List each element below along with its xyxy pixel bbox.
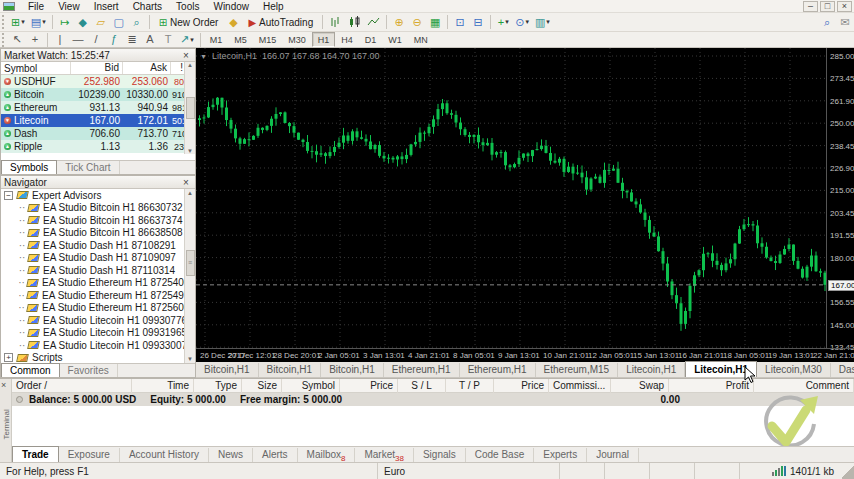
navigator-ea-item[interactable]: ··EA Studio Ethereum H1 87254065 xyxy=(1,277,195,290)
metaeditor-button[interactable]: ◆ xyxy=(224,14,242,31)
terminal-column-price[interactable]: Price xyxy=(340,379,398,393)
navigator-root-scripts[interactable]: +Scripts xyxy=(1,352,195,364)
chart-plot-area[interactable]: ▼ Litecoin,H1 166.07 167.68 164.70 167.0… xyxy=(196,48,826,348)
chart-window[interactable]: ▼ Litecoin,H1 166.07 167.68 164.70 167.0… xyxy=(196,48,854,362)
terminal-column-sl[interactable]: S / L xyxy=(398,379,446,393)
chart-tab-ethereum-m15[interactable]: Ethereum,M15 xyxy=(536,363,619,377)
menu-item-charts[interactable]: Charts xyxy=(126,1,169,12)
column-header-ask[interactable]: Ask xyxy=(123,62,171,74)
market-watch-row[interactable]: ▼USDHUF252.980253.06080 xyxy=(1,75,195,88)
column-header-[interactable]: ! xyxy=(171,62,185,74)
market-watch-scrollbar[interactable]: ▲ ▼ xyxy=(184,62,195,154)
chart-tab-litecoin-h1[interactable]: Litecoin,H1 xyxy=(685,361,757,377)
menu-item-window[interactable]: Window xyxy=(206,1,256,12)
resize-grip[interactable] xyxy=(842,463,854,479)
timeframe-m30[interactable]: M30 xyxy=(282,32,312,47)
templates-button[interactable]: ▥▾ xyxy=(532,14,553,31)
trendline-tool-button[interactable]: / xyxy=(87,31,105,48)
market-watch-row[interactable]: ▲Ripple1.131.3623 xyxy=(1,140,195,153)
periods-button[interactable]: ⊙▾ xyxy=(512,14,532,31)
navigator-scrollbar[interactable]: ▲ ≡ ▼ xyxy=(184,189,195,363)
label-tool-button[interactable]: T xyxy=(159,31,177,48)
terminal-tab-account-history[interactable]: Account History xyxy=(120,448,209,462)
horizontal-line-tool-button[interactable]: — xyxy=(69,31,87,48)
terminal-tab-alerts[interactable]: Alerts xyxy=(253,448,298,462)
cursor-tool-button[interactable]: ↖ xyxy=(8,31,26,48)
timeframe-w1[interactable]: W1 xyxy=(382,32,408,47)
chart-tab-ethereum-h1[interactable]: Ethereum,H1 xyxy=(460,363,536,377)
fibonacci-tool-button[interactable]: ≣ xyxy=(123,31,141,48)
timeframe-h4[interactable]: H4 xyxy=(335,32,359,47)
arrows-tool-button[interactable]: ↗▾ xyxy=(177,31,197,48)
navigator-ea-item[interactable]: ··EA Studio Bitcoin H1 86637374 xyxy=(1,214,195,227)
column-header-bid[interactable]: Bid xyxy=(71,62,123,74)
objects-list-button[interactable]: ▱ xyxy=(92,14,110,31)
tile-windows-button[interactable]: ▦ xyxy=(426,14,444,31)
navigator-tab-common[interactable]: Common xyxy=(1,363,60,377)
market-watch-close-icon[interactable]: × xyxy=(180,50,192,61)
market-watch-row[interactable]: ▲Bitcoin10239.0010330.009100 xyxy=(1,88,195,101)
timeframe-mn[interactable]: MN xyxy=(408,32,434,47)
tile-horizontal-button[interactable]: ⊟ xyxy=(469,14,487,31)
chat-icon[interactable]: ✉ xyxy=(836,14,854,31)
zoom-out-button[interactable]: ⊖ xyxy=(408,14,426,31)
search-icon[interactable]: ⌕ xyxy=(818,14,836,31)
terminal-column-swap[interactable]: Swap xyxy=(611,379,669,393)
chart-tab-bitcoin-h1[interactable]: Bitcoin,H1 xyxy=(321,363,384,377)
navigator-ea-item[interactable]: ··EA Studio Ethereum H1 87256005 xyxy=(1,302,195,315)
terminal-column-size[interactable]: Size xyxy=(242,379,282,393)
scroll-up-icon[interactable]: ▲ xyxy=(187,62,193,68)
market-watch-row[interactable]: ▼Litecoin167.00172.01501 xyxy=(1,114,195,127)
terminal-tab-news[interactable]: News xyxy=(209,448,253,462)
strategy-tester-button[interactable]: ⌕ xyxy=(128,14,146,31)
timeframe-d1[interactable]: D1 xyxy=(359,32,383,47)
scroll-down-icon[interactable]: ▼ xyxy=(187,356,193,362)
channel-tool-button[interactable]: ƒ xyxy=(105,31,123,48)
terminal-tab-mailbox[interactable]: Mailbox8 xyxy=(298,448,356,462)
terminal-column-profit[interactable]: Profit xyxy=(669,379,754,393)
chart-dropdown-icon[interactable]: ▼ xyxy=(200,53,207,60)
chart-tab-dash-m15[interactable]: Dash,M15 xyxy=(831,363,854,377)
market-watch-tab-tick-chart[interactable]: Tick Chart xyxy=(57,161,119,174)
text-tool-button[interactable]: A xyxy=(141,31,159,48)
navigator-ea-item[interactable]: ··EA Studio Litecoin H1 09930776 xyxy=(1,314,195,327)
vertical-line-tool-button[interactable]: | xyxy=(51,31,69,48)
indicators-button[interactable]: +▾ xyxy=(494,14,512,31)
column-header-symbol[interactable]: Symbol xyxy=(1,62,71,74)
terminal-column-commissi[interactable]: Commissi... xyxy=(549,379,611,393)
navigator-ea-item[interactable]: ··EA Studio Ethereum H1 87254979 xyxy=(1,289,195,302)
timeframe-h1[interactable]: H1 xyxy=(312,32,336,47)
terminal-column-comment[interactable]: Comment xyxy=(754,379,854,393)
chart-tab-litecoin-m30[interactable]: Litecoin,M30 xyxy=(757,363,831,377)
chart-tab-litecoin-h1[interactable]: Litecoin,H1 xyxy=(618,363,685,377)
minimize-button[interactable]: – xyxy=(803,1,818,12)
chart-autoscroll-button[interactable]: ◆ xyxy=(74,14,92,31)
terminal-column-type[interactable]: Type xyxy=(194,379,242,393)
menu-item-view[interactable]: View xyxy=(51,1,87,12)
line-chart-button[interactable] xyxy=(364,14,383,31)
terminal-close-icon[interactable]: × xyxy=(1,380,6,390)
terminal-column-symbol[interactable]: Symbol xyxy=(282,379,340,393)
navigator-ea-item[interactable]: ··EA Studio Dash H1 87108291 xyxy=(1,239,195,252)
new-order-button[interactable]: ⊞ New Order xyxy=(153,14,225,31)
bar-chart-button[interactable] xyxy=(326,14,345,31)
candlestick-chart-button[interactable] xyxy=(345,14,364,31)
scroll-thumb[interactable]: ≡ xyxy=(186,250,195,276)
terminal-tab-journal[interactable]: Journal xyxy=(587,448,639,462)
navigator-ea-item[interactable]: ··EA Studio Dash H1 87110314 xyxy=(1,264,195,277)
menu-item-help[interactable]: Help xyxy=(256,1,291,12)
cascade-windows-button[interactable]: ⊡ xyxy=(451,14,469,31)
chart-tab-bitcoin-h1[interactable]: Bitcoin,H1 xyxy=(196,363,259,377)
navigator-close-icon[interactable]: × xyxy=(180,177,192,188)
close-button[interactable]: × xyxy=(837,1,852,12)
scroll-thumb[interactable] xyxy=(186,97,195,119)
menu-item-file[interactable]: File xyxy=(21,1,51,12)
terminal-tab-exposure[interactable]: Exposure xyxy=(59,448,120,462)
terminal-column-tp[interactable]: T / P xyxy=(446,379,494,393)
terminal-tab-experts[interactable]: Experts xyxy=(534,448,587,462)
market-watch-row[interactable]: ▲Ethereum931.13940.94981 xyxy=(1,101,195,114)
navigator-tab-favorites[interactable]: Favorites xyxy=(60,364,118,377)
terminal-tab-market[interactable]: Market38 xyxy=(355,448,413,462)
navigator-ea-item[interactable]: ··EA Studio Litecoin H1 09933007 xyxy=(1,339,195,352)
navigator-ea-item[interactable]: ··EA Studio Bitcoin H1 86630732 xyxy=(1,202,195,215)
